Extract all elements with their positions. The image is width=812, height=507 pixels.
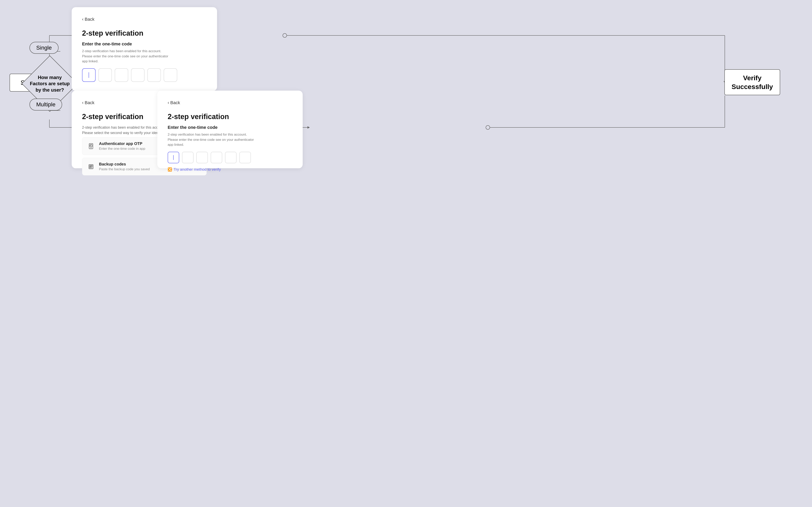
verify-label: Verify Successfully: [725, 73, 780, 91]
bottom-right-otp-desc: 2-step verification has been enabled for…: [168, 132, 292, 147]
svg-point-12: [283, 34, 287, 38]
svg-rect-29: [90, 165, 91, 166]
multiple-oval: Multiple: [30, 99, 62, 111]
svg-line-26: [90, 146, 91, 146]
otp-sm-input-2[interactable]: [182, 152, 193, 163]
back-chevron-icon-3: ‹: [168, 100, 169, 105]
authenticator-icon: [86, 142, 95, 151]
otp-input-6[interactable]: [164, 68, 177, 82]
otp-sm-input-4[interactable]: [211, 152, 222, 163]
back-chevron-icon-2: ‹: [82, 100, 83, 105]
single-oval: Single: [30, 42, 59, 54]
bottom-left-back-label: Back: [84, 100, 95, 105]
otp-input-4[interactable]: [131, 68, 144, 82]
multiple-label: Multiple: [36, 101, 55, 108]
otp-sm-input-6[interactable]: [239, 152, 251, 163]
single-label: Single: [36, 45, 52, 51]
top-card-otp-inputs: [82, 68, 207, 82]
bottom-right-title: 2-step verification: [168, 113, 292, 121]
svg-rect-31: [90, 167, 91, 168]
otp-input-2[interactable]: [98, 68, 112, 82]
otp-sm-input-1[interactable]: [168, 152, 179, 163]
backup-codes-icon: [86, 162, 95, 171]
top-card-title: 2-step verification: [82, 29, 207, 38]
flow-diagram: Sign-in How manyFactors are setupby the …: [0, 0, 812, 507]
bottom-right-card: ‹ Back 2-step verification Enter the one…: [157, 91, 303, 168]
otp-sm-input-5[interactable]: [225, 152, 237, 163]
otp-sm-input-3[interactable]: [196, 152, 208, 163]
top-card-back-link[interactable]: ‹ Back: [82, 17, 207, 22]
top-card: ‹ Back 2-step verification Enter the one…: [72, 7, 217, 91]
top-card-otp-desc: 2-step verification has been enabled for…: [82, 49, 207, 64]
bottom-right-otp-label: Enter the one-time code: [168, 125, 292, 130]
bottom-right-back-label: Back: [170, 100, 180, 105]
otp-input-1[interactable]: [82, 68, 96, 82]
swap-icon: 🔀: [168, 167, 172, 172]
decision-text: How manyFactors are setupby the user?: [28, 74, 72, 93]
otp-input-3[interactable]: [115, 68, 128, 82]
svg-marker-18: [307, 126, 310, 129]
try-another-link[interactable]: 🔀 Try another method to verify: [168, 167, 292, 172]
svg-point-24: [91, 147, 92, 148]
top-card-back-label: Back: [84, 17, 95, 22]
otp-input-5[interactable]: [147, 68, 161, 82]
back-chevron-icon: ‹: [82, 17, 83, 22]
try-another-label: Try another method to verify: [174, 167, 221, 172]
top-card-otp-label: Enter the one-time code: [82, 42, 207, 47]
bottom-right-back-link[interactable]: ‹ Back: [168, 100, 292, 105]
svg-line-27: [91, 145, 92, 146]
bottom-right-otp-inputs: [168, 152, 292, 163]
svg-point-19: [486, 125, 490, 129]
verify-successfully-box: Verify Successfully: [724, 69, 780, 95]
svg-rect-30: [91, 165, 92, 166]
